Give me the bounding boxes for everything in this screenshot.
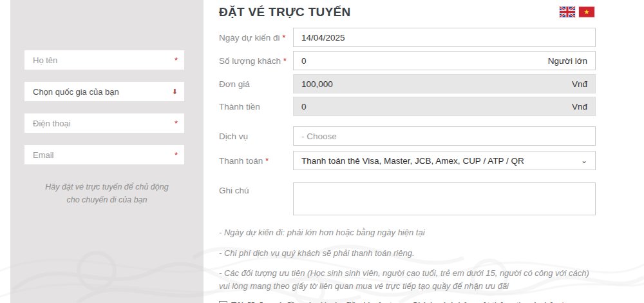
fullname-field-wrap: * xyxy=(24,50,184,70)
unit-price-value: 100,000 xyxy=(301,79,333,89)
contact-sidebar: * Chọn quốc gia của bạn ⬇ * * Hãy đặt vé… xyxy=(10,0,204,303)
service-label: Dịch vụ xyxy=(219,132,293,141)
vn-flag-icon[interactable]: ★ xyxy=(579,6,594,17)
required-asterisk: * xyxy=(175,151,178,159)
chevron-down-icon: ⌄ xyxy=(581,157,587,164)
payment-row: Thanh toán * Thanh toán thẻ Visa, Master… xyxy=(219,151,596,170)
label-text: Thành tiền xyxy=(219,102,260,112)
booking-form: ĐẶT VÉ TRỰC TUYẾN ★ Ngày dự kiến đi * 14… xyxy=(219,0,596,303)
country-select-label: Chọn quốc gia của bạn xyxy=(33,87,119,97)
departure-date-label: Ngày dự kiến đi * xyxy=(219,33,293,43)
tagline-line2: cho chuyến đi của bạn xyxy=(22,193,192,206)
guest-count-row: Số lượng khách * 0 Người lớn xyxy=(219,51,596,70)
consent-text: Tôi đã đọc và đồng ý với các điều khoản … xyxy=(231,300,565,303)
country-field-wrap: Chọn quốc gia của bạn ⬇ xyxy=(24,82,184,101)
required-asterisk: * xyxy=(561,300,564,303)
note-row: Ghi chú xyxy=(219,182,596,215)
total-row: Thành tiền 0 Vnđ xyxy=(219,97,596,116)
language-switcher: ★ xyxy=(560,6,594,17)
label-text: Thanh toán xyxy=(219,156,263,166)
chevron-down-icon: ⬇ xyxy=(172,88,178,95)
required-asterisk: * xyxy=(175,119,178,128)
total-value: 0 xyxy=(301,102,307,112)
guest-count-input[interactable]: 0 Người lớn xyxy=(293,51,596,70)
total-currency: Vnđ xyxy=(572,102,587,112)
booking-page: * Chọn quốc gia của bạn ⬇ * * Hãy đặt vé… xyxy=(0,0,644,303)
required-asterisk: * xyxy=(175,56,178,64)
note-line: - Ngày dự kiến đi: phải lớn hơn hoặc bằn… xyxy=(219,226,596,239)
unit-price-label: Đơn giá xyxy=(219,79,293,89)
departure-date-input[interactable]: 14/04/2025 xyxy=(293,28,596,47)
fullname-input[interactable] xyxy=(24,50,184,70)
email-field-wrap: * xyxy=(24,145,184,164)
payment-select[interactable]: Thanh toán thẻ Visa, Master, JCB, Amex, … xyxy=(293,151,596,170)
note-textarea[interactable] xyxy=(293,182,596,215)
guest-count-suffix: Người lớn xyxy=(548,56,587,66)
service-select[interactable]: - Choose xyxy=(293,126,596,146)
phone-input[interactable] xyxy=(24,113,184,133)
privacy-policy-link[interactable]: Chính sách bảo mật thông tin cá nhân xyxy=(412,300,559,303)
label-text: Số lượng khách xyxy=(219,56,281,66)
service-placeholder: - Choose xyxy=(301,132,337,141)
note-line: - Chi phí dịch vụ quý khách sẽ phải than… xyxy=(219,247,596,260)
required-asterisk: * xyxy=(265,156,269,166)
required-asterisk: * xyxy=(283,56,287,66)
required-asterisk: * xyxy=(282,33,285,43)
payment-selected-option: Thanh toán thẻ Visa, Master, JCB, Amex, … xyxy=(301,156,524,166)
guest-count-label: Số lượng khách * xyxy=(219,56,293,66)
guest-count-value: 0 xyxy=(301,56,307,66)
label-text: Dịch vụ xyxy=(219,132,248,141)
country-select[interactable]: Chọn quốc gia của bạn ⬇ xyxy=(24,82,184,101)
svg-text:★: ★ xyxy=(583,8,589,15)
payment-label: Thanh toán * xyxy=(219,156,293,166)
consent-text-main: Tôi đã đọc và đồng ý với các điều khoản … xyxy=(231,300,410,303)
service-row: Dịch vụ - Choose xyxy=(219,126,596,146)
total-label: Thành tiền xyxy=(219,102,293,112)
uk-flag-icon[interactable] xyxy=(560,6,575,17)
unit-price-row: Đơn giá 100,000 Vnđ xyxy=(219,74,596,93)
departure-date-row: Ngày dự kiến đi * 14/04/2025 xyxy=(219,28,596,47)
label-text: Ngày dự kiến đi xyxy=(219,33,280,43)
departure-date-value: 14/04/2025 xyxy=(301,33,345,43)
unit-price-field: 100,000 Vnđ xyxy=(293,74,596,93)
total-field: 0 Vnđ xyxy=(293,97,596,116)
tagline-line1: Hãy đặt vé trực tuyến để chủ động xyxy=(22,181,192,193)
sidebar-tagline: Hãy đặt vé trực tuyến để chủ động cho ch… xyxy=(22,181,192,206)
note-label: Ghi chú xyxy=(219,182,293,195)
label-text: Đơn giá xyxy=(219,79,250,89)
email-input[interactable] xyxy=(24,145,184,164)
note-line: - Các đối tượng ưu tiên (Học sinh sinh v… xyxy=(219,267,596,292)
page-title: ĐẶT VÉ TRỰC TUYẾN xyxy=(219,5,596,19)
consent-row: Tôi đã đọc và đồng ý với các điều khoản … xyxy=(219,300,596,303)
label-text: Ghi chú xyxy=(219,186,249,195)
form-notes: - Ngày dự kiến đi: phải lớn hơn hoặc bằn… xyxy=(219,226,596,292)
phone-field-wrap: * xyxy=(24,113,184,133)
unit-price-currency: Vnđ xyxy=(572,79,587,89)
